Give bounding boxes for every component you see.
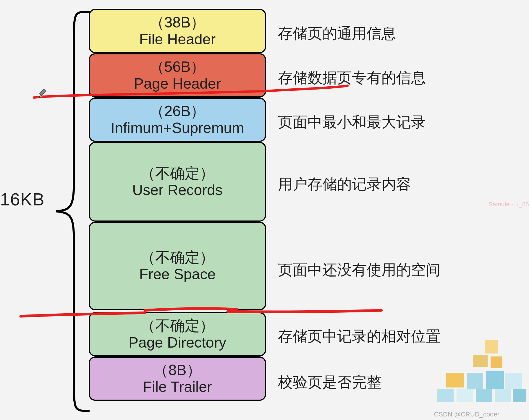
brace-icon <box>50 9 92 414</box>
desc-page-header: 存储数据页专有的信息 <box>278 68 426 88</box>
block-file-trailer: （8B） File Trailer <box>89 356 266 401</box>
desc-user-records: 用户存储的记录内容 <box>278 174 411 194</box>
block-name: File Header <box>139 31 216 48</box>
block-size: （38B） <box>150 14 206 31</box>
pencil-cursor-icon <box>38 87 50 99</box>
svg-rect-1 <box>40 89 46 96</box>
diagram-stage: 16KB （38B） File Header （56B） Page Header… <box>0 0 529 420</box>
blocks-column: （38B） File Header （56B） Page Header （26B… <box>89 9 266 401</box>
decorative-pixels <box>428 328 526 405</box>
block-name: File Trailer <box>143 379 212 396</box>
block-name: Free Space <box>139 266 216 283</box>
block-page-directory: （不确定） Page Directory <box>89 312 266 356</box>
block-size: （不确定） <box>140 165 214 182</box>
watermark-bottom: CSDN @CRUD_coder <box>434 411 499 418</box>
block-name: User Records <box>132 182 223 199</box>
watermark-right: Samule - u_65 <box>488 201 529 208</box>
desc-file-trailer: 校验页是否完整 <box>278 372 381 392</box>
block-user-records: （不确定） User Records <box>89 142 266 222</box>
desc-page-directory: 存储页中记录的相对位置 <box>278 327 441 346</box>
block-size: （不确定） <box>140 317 214 335</box>
block-name: Infimum+Supremum <box>111 120 244 137</box>
block-name: Page Header <box>134 75 221 93</box>
block-name: Page Directory <box>129 334 227 351</box>
block-page-header: （56B） Page Header <box>89 53 266 98</box>
total-size-label: 16KB <box>0 189 45 210</box>
desc-file-header: 存储页的通用信息 <box>278 24 396 43</box>
desc-infimum-supremum: 页面中最小和最大记录 <box>278 112 426 132</box>
desc-free-space: 页面中还没有使用的空间 <box>278 260 441 280</box>
block-size: （26B） <box>150 103 206 120</box>
block-size: （8B） <box>153 362 201 379</box>
block-infimum-supremum: （26B） Infimum+Supremum <box>89 98 266 142</box>
block-file-header: （38B） File Header <box>89 9 266 53</box>
block-size: （不确定） <box>140 249 214 266</box>
block-free-space: （不确定） Free Space <box>89 222 266 310</box>
block-size: （56B） <box>150 59 206 76</box>
